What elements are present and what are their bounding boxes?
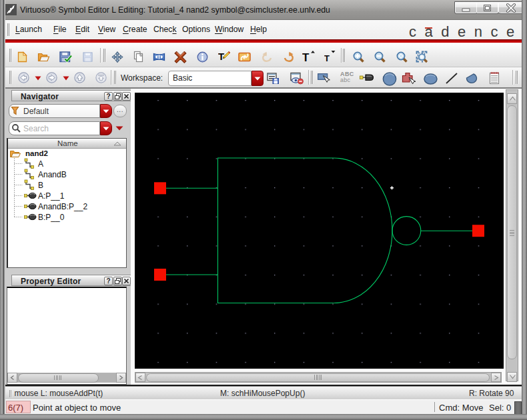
svg-text:T: T	[302, 51, 310, 63]
svg-text:AnandB: AnandB	[38, 170, 67, 179]
svg-text:A:P__1: A:P__1	[38, 191, 65, 201]
svg-text:T: T	[324, 53, 330, 63]
svg-text:B:P__0: B:P__0	[38, 213, 65, 222]
svg-text:A: A	[38, 159, 43, 169]
svg-text:nand2: nand2	[25, 149, 48, 157]
svg-text:T: T	[218, 51, 224, 62]
svg-text:B: B	[38, 181, 43, 190]
svg-text:AnandB:P__2: AnandB:P__2	[38, 202, 87, 211]
